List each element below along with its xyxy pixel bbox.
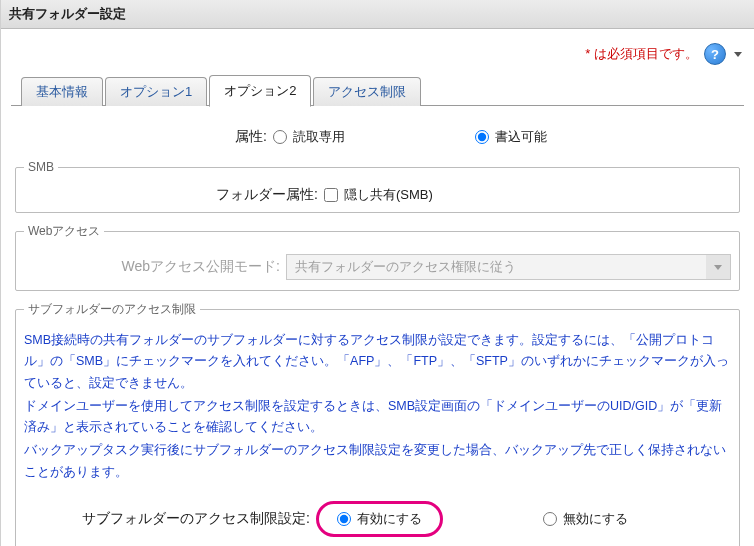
tab-basic-info[interactable]: 基本情報 bbox=[21, 77, 103, 106]
smb-legend: SMB bbox=[24, 160, 58, 174]
attribute-readonly-label: 読取専用 bbox=[293, 128, 345, 146]
header-row: * は必須項目です。 ? bbox=[11, 37, 744, 75]
subfolder-enable-radio[interactable] bbox=[337, 512, 351, 526]
subfolder-enable-label: 有効にする bbox=[357, 510, 422, 528]
attribute-label: 属性: bbox=[13, 128, 273, 146]
attribute-options: 読取専用 書込可能 bbox=[273, 128, 742, 146]
web-access-fieldset: Webアクセス Webアクセス公開モード: 共有フォルダーのアクセス権限に従う bbox=[15, 223, 740, 291]
subfolder-note-2: ドメインユーザーを使用してアクセス制限を設定するときは、SMB設定画面の「ドメイ… bbox=[24, 396, 731, 439]
smb-fieldset: SMB フォルダー属性: 隠し共有(SMB) bbox=[15, 160, 740, 213]
content-area: * は必須項目です。 ? 基本情報 オプション1 オプション2 アクセス制限 属… bbox=[1, 29, 754, 546]
help-dropdown-caret-icon[interactable] bbox=[734, 52, 742, 57]
attribute-readonly-option[interactable]: 読取専用 bbox=[273, 128, 345, 146]
attribute-writable-option[interactable]: 書込可能 bbox=[475, 128, 547, 146]
smb-hidden-share-label: 隠し共有(SMB) bbox=[344, 186, 433, 204]
chevron-down-icon bbox=[706, 255, 730, 279]
web-mode-value: 共有フォルダーのアクセス権限に従う bbox=[295, 258, 516, 276]
required-note: * は必須項目です。 bbox=[585, 45, 698, 63]
subfolder-fieldset: サブフォルダーのアクセス制限 SMB接続時の共有フォルダーのサブフォルダーに対す… bbox=[15, 301, 740, 546]
help-icon[interactable]: ? bbox=[704, 43, 726, 65]
tab-option1[interactable]: オプション1 bbox=[105, 77, 207, 106]
attribute-writable-radio[interactable] bbox=[475, 130, 489, 144]
subfolder-setting-label: サブフォルダーのアクセス制限設定: bbox=[24, 510, 316, 528]
subfolder-disable-option[interactable]: 無効にする bbox=[543, 510, 628, 528]
subfolder-note-1: SMB接続時の共有フォルダーのサブフォルダーに対するアクセス制限が設定できます。… bbox=[24, 330, 731, 394]
subfolder-disable-label: 無効にする bbox=[563, 510, 628, 528]
attribute-readonly-radio[interactable] bbox=[273, 130, 287, 144]
tab-access-control[interactable]: アクセス制限 bbox=[313, 77, 421, 106]
smb-folder-attr-label: フォルダー属性: bbox=[24, 186, 324, 204]
subfolder-enable-option[interactable]: 有効にする bbox=[337, 510, 422, 528]
attribute-row: 属性: 読取専用 書込可能 bbox=[13, 128, 742, 146]
attribute-writable-label: 書込可能 bbox=[495, 128, 547, 146]
subfolder-disable-radio[interactable] bbox=[543, 512, 557, 526]
subfolder-enable-highlight: 有効にする bbox=[316, 501, 443, 537]
subfolder-legend: サブフォルダーのアクセス制限 bbox=[24, 301, 200, 318]
web-access-legend: Webアクセス bbox=[24, 223, 104, 240]
window: 共有フォルダー設定 * は必須項目です。 ? 基本情報 オプション1 オプション… bbox=[0, 0, 754, 546]
smb-folder-attr-field: 隠し共有(SMB) bbox=[324, 186, 731, 204]
smb-hidden-share-option[interactable]: 隠し共有(SMB) bbox=[324, 186, 433, 204]
window-title: 共有フォルダー設定 bbox=[1, 0, 754, 29]
subfolder-note-3: バックアップタスク実行後にサブフォルダーのアクセス制限設定を変更した場合、バック… bbox=[24, 440, 731, 483]
web-mode-select: 共有フォルダーのアクセス権限に従う bbox=[286, 254, 731, 280]
smb-hidden-share-checkbox[interactable] bbox=[324, 188, 338, 202]
panel-option2: 属性: 読取専用 書込可能 SMB フォルダー属性: bbox=[11, 106, 744, 546]
web-mode-label: Webアクセス公開モード: bbox=[24, 258, 286, 276]
tab-option2[interactable]: オプション2 bbox=[209, 75, 311, 107]
tab-strip: 基本情報 オプション1 オプション2 アクセス制限 bbox=[11, 75, 744, 106]
